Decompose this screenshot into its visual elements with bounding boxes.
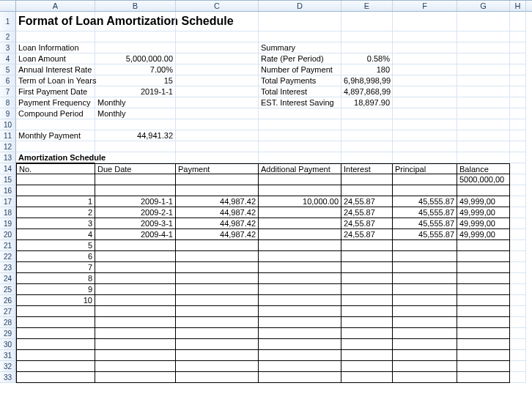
cell-payment[interactable]	[176, 284, 259, 295]
cell[interactable]	[510, 75, 526, 86]
cell[interactable]	[95, 328, 176, 339]
row-header[interactable]: 28	[0, 317, 16, 328]
cell[interactable]	[510, 12, 526, 31]
cell-principal[interactable]	[393, 240, 457, 251]
cell[interactable]	[510, 53, 526, 64]
cell[interactable]	[176, 174, 259, 185]
cell-principal[interactable]	[393, 262, 457, 273]
cell[interactable]	[95, 42, 176, 53]
row-header[interactable]: 29	[0, 328, 16, 339]
cell-payment[interactable]: 44,987.42	[176, 218, 259, 229]
cell-due-date[interactable]: 2009-1-1	[95, 196, 176, 207]
cell[interactable]	[393, 306, 457, 317]
cell-payment[interactable]	[176, 262, 259, 273]
cell[interactable]	[510, 306, 526, 317]
cell-interest[interactable]	[341, 273, 393, 284]
cell-balance[interactable]: 49,999,00	[457, 207, 510, 218]
row-header[interactable]: 26	[0, 295, 16, 306]
cell-additional-payment[interactable]	[259, 229, 341, 240]
cell[interactable]	[510, 42, 526, 53]
cell[interactable]	[16, 185, 95, 196]
cell[interactable]	[510, 207, 526, 218]
cell-additional-payment[interactable]	[259, 240, 341, 251]
cell[interactable]	[393, 97, 457, 108]
cell[interactable]	[95, 185, 176, 196]
cell[interactable]	[510, 361, 526, 372]
cell[interactable]	[510, 350, 526, 361]
cell[interactable]	[95, 306, 176, 317]
cell-balance[interactable]	[457, 240, 510, 251]
loan-amount-label[interactable]: Loan Amount	[16, 53, 95, 64]
cell-balance[interactable]: 49,999,00	[457, 196, 510, 207]
col-header-A[interactable]: A	[16, 1, 95, 11]
loan-info-heading[interactable]: Loan Information	[16, 42, 95, 53]
cell[interactable]	[341, 306, 393, 317]
cell-additional-payment[interactable]	[259, 218, 341, 229]
cell[interactable]	[510, 339, 526, 350]
cell[interactable]	[457, 53, 510, 64]
cell[interactable]	[510, 119, 526, 130]
cell[interactable]	[393, 12, 457, 31]
cell[interactable]	[176, 42, 259, 53]
row-header[interactable]: 10	[0, 119, 16, 130]
cell-no[interactable]: 1	[16, 196, 95, 207]
loan-amount-value[interactable]: 5,000,000.00	[95, 53, 176, 64]
cell-interest[interactable]: 24,55.87	[341, 229, 393, 240]
cell[interactable]	[457, 75, 510, 86]
cell[interactable]	[393, 317, 457, 328]
cell[interactable]	[341, 119, 393, 130]
cell[interactable]	[457, 317, 510, 328]
col-header-H[interactable]: H	[510, 1, 526, 11]
row-header[interactable]: 33	[0, 372, 16, 383]
row-header[interactable]: 3	[0, 42, 16, 53]
cell[interactable]	[259, 152, 341, 163]
annual-rate-value[interactable]: 7.00%	[95, 64, 176, 75]
monthly-payment-label[interactable]: Monthly Payment	[16, 130, 95, 141]
row-header[interactable]: 15	[0, 174, 16, 185]
row-header[interactable]: 9	[0, 108, 16, 119]
cell[interactable]	[393, 108, 457, 119]
cell-payment[interactable]	[176, 251, 259, 262]
cell[interactable]	[259, 372, 341, 383]
cell[interactable]	[393, 42, 457, 53]
cell[interactable]	[95, 141, 176, 152]
cell[interactable]	[393, 75, 457, 86]
cell-payment[interactable]: 44,987.42	[176, 196, 259, 207]
row-header[interactable]: 32	[0, 361, 16, 372]
cell[interactable]	[510, 229, 526, 240]
cell[interactable]	[457, 12, 510, 31]
cell[interactable]	[259, 12, 341, 31]
cell-payment[interactable]: 44,987.42	[176, 207, 259, 218]
cell-no[interactable]: 4	[16, 229, 95, 240]
cell[interactable]	[393, 185, 457, 196]
cell-balance[interactable]	[457, 295, 510, 306]
cell-additional-payment[interactable]: 10,000.00	[259, 196, 341, 207]
cell[interactable]	[95, 350, 176, 361]
cell[interactable]	[393, 174, 457, 185]
cell[interactable]	[176, 97, 259, 108]
cell[interactable]	[176, 75, 259, 86]
cell-interest[interactable]: 24,55.87	[341, 196, 393, 207]
cell[interactable]	[16, 350, 95, 361]
est-interest-saving-value[interactable]: 18,897.90	[341, 97, 393, 108]
row-header[interactable]: 5	[0, 64, 16, 75]
rate-per-period-label[interactable]: Rate (Per Period)	[259, 53, 341, 64]
cell[interactable]	[176, 350, 259, 361]
cell[interactable]	[95, 361, 176, 372]
cell[interactable]	[176, 372, 259, 383]
total-payments-label[interactable]: Total Payments	[259, 75, 341, 86]
cell[interactable]	[393, 350, 457, 361]
cell[interactable]	[393, 130, 457, 141]
cell[interactable]	[341, 372, 393, 383]
row-header[interactable]: 31	[0, 350, 16, 361]
term-years-value[interactable]: 15	[95, 75, 176, 86]
opening-balance[interactable]: 5000,000,00	[457, 174, 510, 185]
cell-principal[interactable]	[393, 273, 457, 284]
cell[interactable]	[176, 339, 259, 350]
cell[interactable]	[510, 152, 526, 163]
cell[interactable]	[259, 350, 341, 361]
cell[interactable]	[259, 361, 341, 372]
cell[interactable]	[176, 12, 259, 31]
row-header[interactable]: 13	[0, 152, 16, 163]
cell-interest[interactable]: 24,55.87	[341, 218, 393, 229]
